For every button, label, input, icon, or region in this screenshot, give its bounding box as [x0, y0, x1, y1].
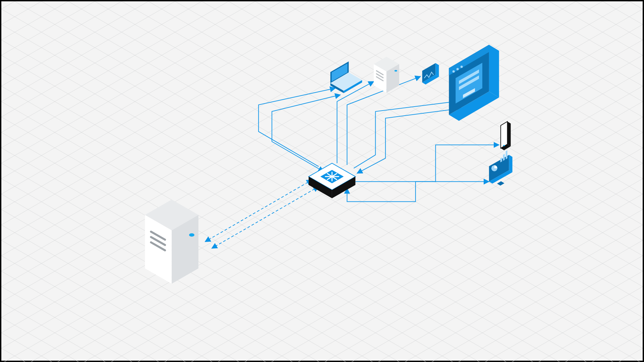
smartphone-icon	[501, 122, 511, 150]
svg-point-6	[189, 233, 195, 237]
diagram-frame	[0, 0, 644, 362]
server-small-icon	[374, 57, 399, 93]
svg-point-14	[394, 70, 397, 72]
svg-rect-22	[506, 150, 507, 159]
server-large-icon	[145, 200, 198, 284]
svg-point-15	[452, 70, 455, 73]
svg-point-18	[503, 145, 505, 146]
diagram-svg	[1, 1, 643, 362]
svg-point-17	[461, 66, 463, 68]
svg-point-16	[457, 68, 459, 70]
svg-rect-21	[503, 154, 505, 161]
